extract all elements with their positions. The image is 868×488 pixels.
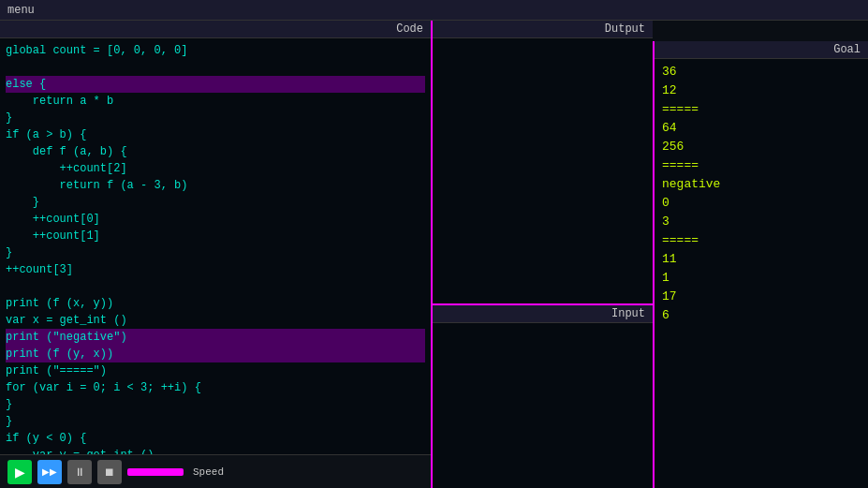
goal-header: Goal: [655, 41, 868, 59]
code-content[interactable]: global count = [0, 0, 0, 0]else { return…: [0, 38, 431, 454]
goal-content[interactable]: 3612=====64256=====negative03=====111176: [655, 59, 868, 488]
code-line: ++count[2]: [6, 160, 425, 177]
code-line: global count = [0, 0, 0, 0]: [6, 42, 425, 59]
pause-button[interactable]: ⏸: [67, 460, 92, 484]
code-panel: Code global count = [0, 0, 0, 0]else { r…: [0, 21, 433, 488]
goal-line: =====: [662, 231, 861, 250]
goal-title: Goal: [833, 43, 861, 56]
speed-bar[interactable]: [127, 468, 184, 476]
code-header: Code: [0, 21, 431, 38]
goal-line: 36: [662, 63, 861, 81]
code-line: return a * b: [6, 93, 425, 110]
code-line: var x = get_int (): [6, 312, 425, 329]
goal-line: =====: [662, 100, 861, 119]
code-line: ++count[3]: [6, 261, 425, 278]
code-line: [6, 278, 425, 295]
output-content[interactable]: [433, 38, 653, 303]
code-line: ++count[0]: [6, 211, 425, 228]
input-panel: Input: [433, 305, 653, 488]
code-line: var y = get_int (): [6, 447, 425, 454]
code-line: print (f (y, x)): [6, 346, 425, 362]
code-line: if (a > b) {: [6, 126, 425, 143]
output-header: Dutput: [433, 21, 653, 38]
code-line: print ("====="): [6, 362, 425, 379]
goal-panel: Goal 3612=====64256=====negative03=====1…: [653, 41, 868, 488]
goal-line: 17: [662, 288, 861, 306]
code-line: print (f (x, y)): [6, 295, 425, 312]
goal-line: 1: [662, 269, 861, 288]
code-line: }: [6, 194, 425, 211]
goal-line: negative: [662, 175, 861, 194]
code-line: for (var i = 0; i < 3; ++i) {: [6, 379, 425, 396]
output-input-col: Dutput Input: [433, 21, 653, 488]
menu-bar: menu: [0, 0, 868, 21]
goal-line: 256: [662, 138, 861, 156]
code-line: }: [6, 413, 425, 430]
code-line: [6, 59, 425, 76]
goal-line: 3: [662, 213, 861, 231]
right-main: Dutput Input Goal 3612=====64256=====ne: [433, 21, 868, 488]
goal-line: 12: [662, 81, 861, 100]
code-line: return f (a - 3, b): [6, 177, 425, 194]
code-line: }: [6, 244, 425, 261]
input-title: Input: [611, 307, 645, 320]
code-line: ++count[1]: [6, 228, 425, 244]
step-button[interactable]: ▶▶: [37, 460, 62, 484]
input-header: Input: [433, 305, 653, 323]
output-title: Dutput: [605, 22, 645, 36]
toolbar: ▶ ▶▶ ⏸ ⏹ Speed: [0, 454, 431, 488]
menu-label[interactable]: menu: [7, 4, 35, 17]
goal-line: =====: [662, 156, 861, 175]
code-line: }: [6, 110, 425, 126]
goal-line: 0: [662, 194, 861, 213]
main-layout: Code global count = [0, 0, 0, 0]else { r…: [0, 21, 868, 488]
input-content[interactable]: [433, 323, 653, 488]
play-button[interactable]: ▶: [7, 460, 32, 484]
code-line: def f (a, b) {: [6, 143, 425, 160]
speed-label: Speed: [193, 466, 224, 478]
code-line: print ("negative"): [6, 329, 425, 346]
goal-line: 11: [662, 250, 861, 269]
goal-line: 6: [662, 306, 861, 325]
code-line: if (y < 0) {: [6, 430, 425, 447]
code-title: Code: [396, 22, 423, 36]
code-line: }: [6, 396, 425, 413]
goal-line: 64: [662, 119, 861, 138]
output-panel: Dutput: [433, 21, 653, 305]
code-line: else {: [6, 76, 425, 93]
stop-button[interactable]: ⏹: [97, 460, 122, 484]
